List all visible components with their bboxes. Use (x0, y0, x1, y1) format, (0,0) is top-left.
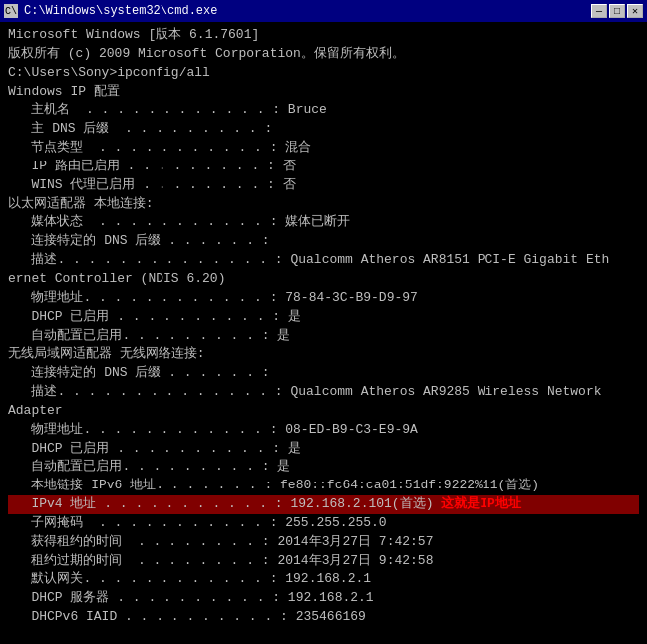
console-line: DHCP 已启用 . . . . . . . . . . : 是 (8, 440, 639, 459)
console-line: 主 DNS 后缀 . . . . . . . . . : (8, 120, 639, 139)
console-line: WINS 代理已启用 . . . . . . . . : 否 (8, 176, 639, 195)
title-bar-controls[interactable]: — □ ✕ (591, 4, 643, 18)
console-line: 默认网关. . . . . . . . . . . . : 192.168.2.… (8, 570, 639, 589)
console-line: 获得租约的时间 . . . . . . . . : 2014年3月27日 7:4… (8, 533, 639, 552)
console-line: 节点类型 . . . . . . . . . . . : 混合 (8, 139, 639, 158)
console-line: 自动配置已启用. . . . . . . . . : 是 (8, 458, 639, 477)
console-line: 版权所有 (c) 2009 Microsoft Corporation。保留所有… (8, 45, 639, 64)
window: C\ C:\Windows\system32\cmd.exe — □ ✕ Mic… (0, 0, 647, 644)
console-line: IP 路由已启用 . . . . . . . . . : 否 (8, 158, 639, 176)
ipv4-bracket: (首选) (392, 496, 434, 511)
close-button[interactable]: ✕ (627, 4, 643, 18)
console-line: Windows IP 配置 (8, 83, 639, 102)
console-output: Microsoft Windows [版本 6.1.7601]版权所有 (c) … (0, 22, 647, 644)
console-line: 本地链接 IPv6 地址. . . . . . . : fe80::fc64:c… (8, 477, 639, 495)
minimize-button[interactable]: — (591, 4, 607, 18)
ipv4-highlighted-row: IPv4 地址 . . . . . . . . . . . : 192.168.… (8, 495, 639, 514)
console-line: 以太网适配器 本地连接: (8, 195, 639, 214)
window-title: C:\Windows\system32\cmd.exe (24, 4, 217, 18)
ipv4-prefix: IPv4 地址 . . . . . . . . . . . : 192.168.… (8, 496, 392, 511)
console-line: C:\Users\Sony>ipconfig/all (8, 64, 639, 83)
console-line: 主机名 . . . . . . . . . . . . : Bruce (8, 101, 639, 120)
title-bar: C\ C:\Windows\system32\cmd.exe — □ ✕ (0, 0, 647, 22)
console-line: Microsoft Windows [版本 6.1.7601] (8, 26, 639, 45)
console-line: 媒体状态 . . . . . . . . . . . : 媒体已断开 (8, 213, 639, 232)
console-line: 物理地址. . . . . . . . . . . . : 78-84-3C-B… (8, 289, 639, 308)
console-line: DHCP 已启用 . . . . . . . . . . : 是 (8, 308, 639, 327)
console-line: 连接特定的 DNS 后缀 . . . . . . : (8, 364, 639, 383)
title-bar-left: C\ C:\Windows\system32\cmd.exe (4, 4, 217, 18)
console-line: 自动配置已启用. . . . . . . . . : 是 (8, 327, 639, 346)
console-line: 描述. . . . . . . . . . . . . . : Qualcomm… (8, 383, 639, 402)
console-line: DHCP 服务器 . . . . . . . . . . : 192.168.2… (8, 589, 639, 608)
console-line: DHCPv6 IAID . . . . . . . . . . : 235466… (8, 608, 639, 627)
console-line: 物理地址. . . . . . . . . . . . : 08-ED-B9-C… (8, 421, 639, 440)
console-line: ernet Controller (NDIS 6.20) (8, 270, 639, 289)
console-line: Adapter (8, 402, 639, 421)
console-line: 子网掩码 . . . . . . . . . . . : 255.255.255… (8, 514, 639, 533)
console-line: 连接特定的 DNS 后缀 . . . . . . : (8, 232, 639, 251)
console-line: 租约过期的时间 . . . . . . . . : 2014年3月27日 9:4… (8, 552, 639, 571)
cmd-icon: C\ (4, 4, 18, 18)
ipv4-annotation: 这就是IP地址 (433, 496, 520, 511)
console-line: 无线局域网适配器 无线网络连接: (8, 345, 639, 364)
maximize-button[interactable]: □ (609, 4, 625, 18)
console-line: 描述. . . . . . . . . . . . . . : Qualcomm… (8, 251, 639, 270)
